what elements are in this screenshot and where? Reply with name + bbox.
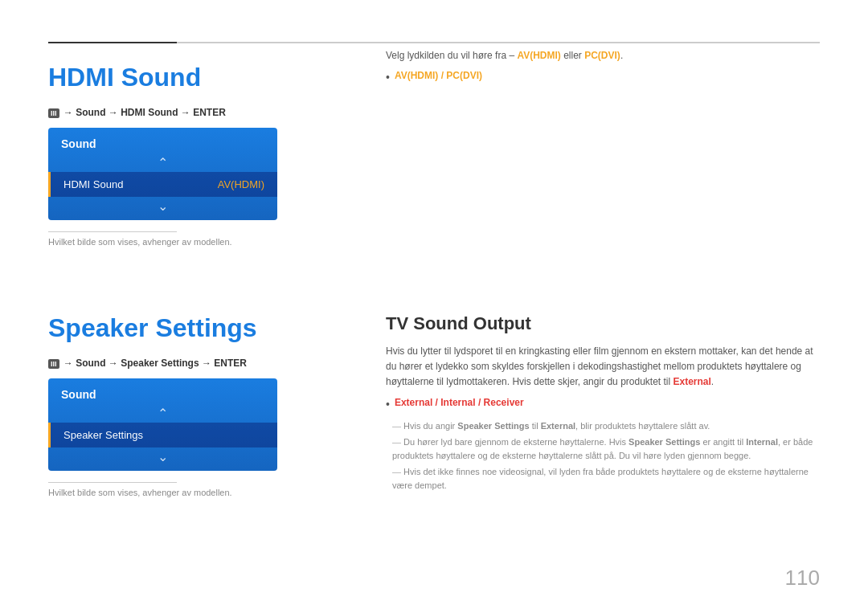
hdmi-bullet-text: AV(HDMI) / PC(DVI): [395, 70, 482, 81]
hdmi-image-note: Hvilket bilde som vises, avhenger av mod…: [48, 237, 346, 247]
hdmi-description: Velg lydkilden du vil høre fra – AV(HDMI…: [386, 48, 820, 63]
hdmi-bullet-list: • AV(HDMI) / PC(DVI): [386, 70, 820, 84]
hdmi-bullet-item: • AV(HDMI) / PC(DVI): [386, 70, 820, 84]
hdmi-right-col: Velg lydkilden du vil høre fra – AV(HDMI…: [386, 48, 820, 92]
speaker-ui-panel: Sound ⌃ Speaker Settings ⌄: [48, 378, 277, 471]
speaker-note1: Hvis du angir Speaker Settings til Exter…: [386, 419, 820, 433]
note1-bold2: External: [541, 421, 575, 431]
speaker-chevron-down[interactable]: ⌄: [48, 447, 277, 471]
hdmi-menu-path: III → Sound → HDMI Sound → ENTER: [48, 107, 346, 118]
speaker-note3: Hvis det ikke finnes noe videosignal, vi…: [386, 465, 820, 492]
speaker-bullet-text: External / Internal / Receiver: [395, 397, 524, 408]
speaker-image-note: Hvilket bilde som vises, avhenger av mod…: [48, 488, 346, 497]
speaker-panel-header: Sound: [48, 378, 277, 404]
note1-bold1: Speaker Settings: [457, 421, 529, 431]
speaker-menu-path-text: → Sound → Speaker Settings → ENTER: [63, 358, 247, 369]
speaker-menu-path: III → Sound → Speaker Settings → ENTER: [48, 358, 346, 369]
speaker-settings-section: Speaker Settings III → Sound → Speaker S…: [48, 313, 346, 497]
external-highlight: External: [674, 376, 711, 387]
hdmi-panel-header: Sound: [48, 128, 277, 153]
bullet-dot: •: [386, 70, 390, 84]
page-number: 110: [785, 566, 820, 591]
hdmi-chevron-up[interactable]: ⌃: [48, 153, 277, 172]
speaker-divider: [48, 482, 177, 483]
hdmi-ui-panel: Sound ⌃ HDMI Sound AV(HDMI) ⌄: [48, 128, 277, 220]
hdmi-highlight-av: AV(HDMI): [517, 50, 560, 61]
tv-sound-title: TV Sound Output: [386, 313, 820, 334]
hdmi-chevron-down[interactable]: ⌄: [48, 197, 277, 220]
note2-bold1: Speaker Settings: [628, 437, 700, 447]
hdmi-panel-row[interactable]: HDMI Sound AV(HDMI): [48, 172, 277, 197]
note2-bold2: Internal: [746, 437, 778, 447]
speaker-bullet-list: • External / Internal / Receiver: [386, 397, 820, 411]
speaker-bullet-dot: •: [386, 397, 390, 411]
top-rule-accent: [48, 42, 177, 43]
hdmi-sound-section: HDMI Sound III → Sound → HDMI Sound → EN…: [48, 48, 346, 247]
hdmi-sound-title: HDMI Sound: [48, 63, 346, 92]
menu-icon: III: [48, 108, 59, 118]
hdmi-divider: [48, 231, 177, 232]
speaker-bullet-item: • External / Internal / Receiver: [386, 397, 820, 411]
speaker-panel-row[interactable]: Speaker Settings: [48, 423, 277, 447]
speaker-chevron-up[interactable]: ⌃: [48, 404, 277, 423]
tv-sound-description: Hvis du lytter til lydsporet til en krin…: [386, 344, 820, 390]
speaker-note2: Du hører lyd bare gjennom de eksterne hø…: [386, 435, 820, 462]
hdmi-row-label: HDMI Sound: [63, 178, 123, 190]
speaker-settings-title: Speaker Settings: [48, 313, 346, 343]
menu-path-text: → Sound → HDMI Sound → ENTER: [63, 107, 226, 118]
speaker-menu-icon: III: [48, 359, 59, 369]
speaker-row-label: Speaker Settings: [63, 429, 143, 441]
speaker-right-col: TV Sound Output Hvis du lytter til lydsp…: [386, 313, 820, 495]
hdmi-row-value: AV(HDMI): [218, 178, 264, 190]
hdmi-highlight-pc: PC(DVI): [584, 50, 620, 61]
